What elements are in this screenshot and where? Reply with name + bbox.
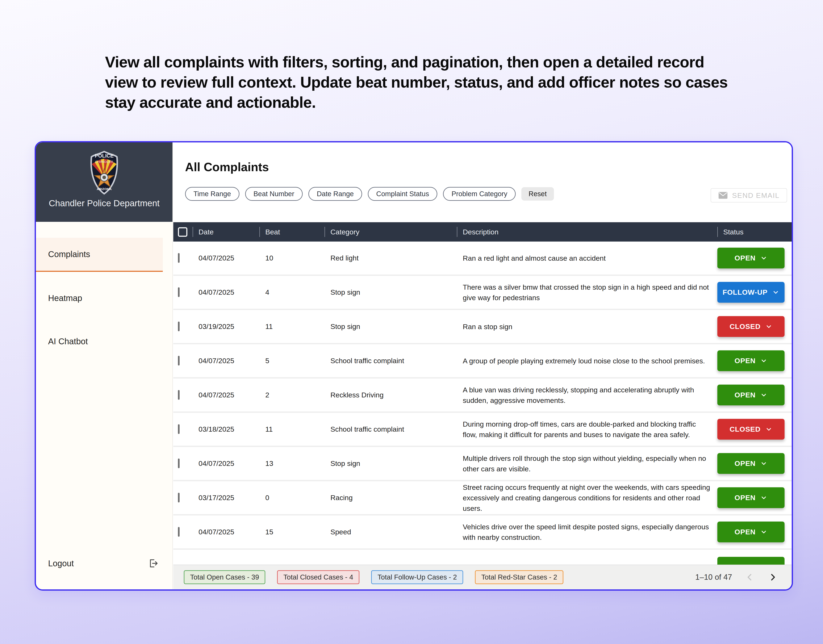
chevron-down-icon [760, 494, 767, 501]
table-row: 04/07/2025 15 Speed Vehicles drive over … [173, 515, 792, 550]
cell-beat: 5 [259, 357, 325, 365]
total-badge: Total Follow-Up Cases - 2 [371, 570, 463, 584]
table-row: 03/18/2025 11 School traffic complaint D… [173, 413, 792, 447]
status-label: FOLLOW-UP [723, 288, 768, 296]
page-range-label: 1–10 of 47 [695, 573, 732, 582]
chevron-down-icon [765, 426, 772, 433]
cell-beat: 11 [259, 425, 325, 433]
filter-chip-problem-category[interactable]: Problem Category [443, 187, 516, 201]
status-label: OPEN [734, 528, 756, 536]
column-header-date[interactable]: Date [193, 222, 259, 242]
total-badge: Total Red-Star Cases - 2 [475, 570, 563, 584]
status-dropdown-button[interactable]: FOLLOW-UP [717, 282, 785, 303]
page: View all complaints with filters, sortin… [0, 0, 823, 644]
column-header-status[interactable]: Status [717, 222, 792, 242]
table-row: 04/07/2025 4 Stop sign There was a silve… [173, 276, 792, 310]
column-header-description[interactable]: Description [457, 222, 717, 242]
chevron-down-icon [760, 255, 767, 262]
main-header: All Complaints Time Range Beat Number Da… [173, 143, 792, 222]
app-window: POLICE CHANDLER ARIZONA Chandler Police … [35, 141, 793, 591]
table-row: 04/07/2025 5 School traffic complaint A … [173, 344, 792, 379]
envelope-icon [718, 191, 728, 199]
cell-date: 04/07/2025 [193, 391, 259, 399]
status-dropdown-button[interactable]: OPEN [717, 487, 785, 508]
cell-beat: 10 [259, 254, 325, 262]
sidebar-item-ai-chatbot[interactable]: AI Chatbot [36, 324, 172, 358]
cell-date: 04/07/2025 [193, 459, 259, 468]
status-dropdown-button[interactable]: OPEN [717, 521, 785, 542]
cell-category: Stop sign [325, 459, 457, 468]
org-name: Chandler Police Department [49, 198, 159, 209]
cell-description: Multiple drivers roll through the stop s… [457, 453, 717, 474]
row-checkbox[interactable] [178, 287, 179, 297]
cell-category: Stop sign [325, 288, 457, 296]
sidebar-header: POLICE CHANDLER ARIZONA Chandler Police … [36, 143, 172, 222]
main-area: All Complaints Time Range Beat Number Da… [173, 143, 792, 589]
status-label: OPEN [734, 254, 756, 262]
column-header-beat[interactable]: Beat [259, 222, 325, 242]
cell-category: Reckless Driving [325, 391, 457, 399]
chevron-down-icon [760, 391, 767, 399]
status-dropdown-button[interactable]: OPEN [717, 350, 785, 371]
logout-icon [148, 558, 159, 569]
next-page-button[interactable] [767, 572, 778, 583]
send-email-button[interactable]: SEND EMAIL [711, 188, 787, 202]
svg-text:CHANDLER: CHANDLER [95, 160, 113, 163]
row-checkbox[interactable] [178, 458, 179, 468]
sidebar-item-complaints[interactable]: Complaints [36, 238, 163, 272]
pagination: 1–10 of 47 [695, 572, 778, 583]
row-checkbox[interactable] [178, 493, 179, 503]
status-label: OPEN [734, 391, 756, 399]
table-row-partial [173, 550, 792, 564]
chevron-down-icon [765, 323, 772, 330]
total-badge: Total Open Cases - 39 [184, 570, 265, 584]
filter-chip-complaint-status[interactable]: Complaint Status [368, 187, 437, 201]
status-label: OPEN [734, 357, 756, 365]
previous-page-button[interactable] [744, 572, 755, 583]
status-dropdown-button[interactable]: CLOSED [717, 316, 785, 337]
row-checkbox[interactable] [178, 527, 179, 537]
cell-date: 03/18/2025 [193, 425, 259, 433]
chevron-down-icon [772, 289, 779, 296]
cell-category: Racing [325, 494, 457, 502]
status-label: CLOSED [730, 425, 761, 433]
sidebar-nav: Complaints Heatmap AI Chatbot [36, 238, 172, 358]
svg-text:POLICE: POLICE [95, 153, 113, 159]
cell-date: 04/07/2025 [193, 357, 259, 365]
chevron-left-icon [744, 572, 755, 583]
filter-chip-time-range[interactable]: Time Range [185, 187, 239, 201]
table-row: 03/17/2025 0 Racing Street racing occurs… [173, 481, 792, 515]
table-footer: Total Open Cases - 39 Total Closed Cases… [173, 564, 792, 589]
status-dropdown-button[interactable] [717, 557, 785, 564]
sidebar-item-logout[interactable]: Logout [48, 555, 159, 572]
cell-category: School traffic complaint [325, 425, 457, 433]
table-row: 03/19/2025 11 Stop sign Ran a stop sign … [173, 310, 792, 344]
totals-badges: Total Open Cases - 39 Total Closed Cases… [184, 570, 563, 584]
cell-beat: 4 [259, 288, 325, 296]
select-all-checkbox[interactable] [178, 227, 187, 237]
row-checkbox[interactable] [178, 390, 179, 400]
filter-chip-beat-number[interactable]: Beat Number [245, 187, 303, 201]
cell-category: School traffic complaint [325, 357, 457, 365]
row-checkbox[interactable] [178, 424, 179, 434]
sidebar-item-heatmap[interactable]: Heatmap [36, 281, 172, 315]
status-label: CLOSED [730, 322, 761, 331]
filter-chip-date-range[interactable]: Date Range [308, 187, 362, 201]
cell-date: 04/07/2025 [193, 254, 259, 262]
cell-category: Speed [325, 528, 457, 536]
status-dropdown-button[interactable]: OPEN [717, 453, 785, 474]
status-dropdown-button[interactable]: CLOSED [717, 419, 785, 440]
table-header: Date Beat Category Description Status [173, 222, 792, 242]
chevron-down-icon [760, 357, 767, 365]
reset-filters-button[interactable]: Reset [521, 187, 554, 201]
cell-beat: 15 [259, 528, 325, 536]
cell-description: There was a silver bmw that crossed the … [457, 282, 717, 303]
row-checkbox[interactable] [178, 322, 179, 331]
status-dropdown-button[interactable]: OPEN [717, 248, 785, 268]
column-header-category[interactable]: Category [325, 222, 457, 242]
row-checkbox[interactable] [178, 356, 179, 365]
cell-description: Ran a red light and almost cause an acci… [457, 253, 717, 264]
table-body: 04/07/2025 10 Red light Ran a red light … [173, 242, 792, 550]
row-checkbox[interactable] [178, 253, 179, 263]
status-dropdown-button[interactable]: OPEN [717, 385, 785, 405]
